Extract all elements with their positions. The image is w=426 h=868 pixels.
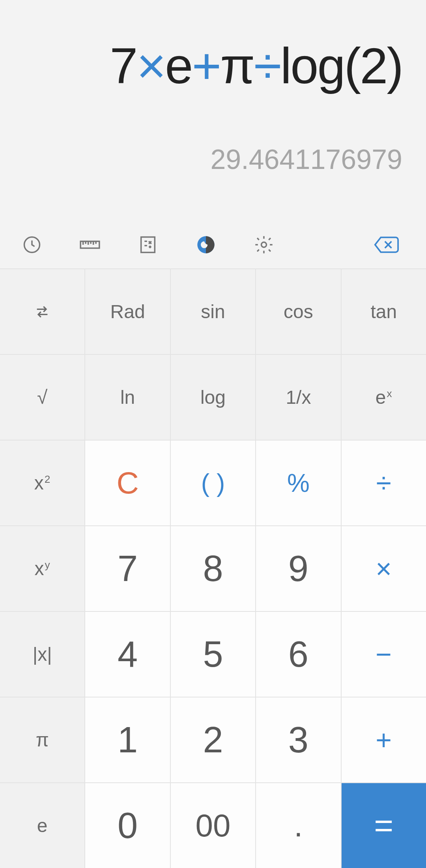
divide-button[interactable]: ÷ (342, 441, 426, 525)
digit-5-button[interactable]: 5 (171, 612, 255, 697)
multiply-button[interactable]: × (342, 526, 426, 611)
ruler-icon[interactable] (80, 234, 100, 255)
digit-0-button[interactable]: 0 (85, 783, 170, 868)
e-constant-button[interactable]: e (0, 783, 84, 868)
history-icon[interactable] (22, 234, 42, 255)
pi-button[interactable]: π (0, 697, 84, 782)
digit-6-button[interactable]: 6 (256, 612, 340, 697)
toolbar-left (22, 234, 274, 255)
calc-mode-icon[interactable] (138, 234, 158, 255)
toolbar (0, 221, 426, 268)
parentheses-button[interactable]: ( ) (171, 441, 255, 525)
x-power-y-button[interactable]: xy (0, 526, 84, 611)
digit-3-button[interactable]: 3 (256, 697, 340, 782)
equals-button[interactable]: = (342, 783, 426, 868)
svg-rect-2 (141, 237, 155, 253)
abs-button[interactable]: |x| (0, 612, 84, 697)
digit-9-button[interactable]: 9 (256, 526, 340, 611)
toggle-functions-button[interactable] (0, 269, 84, 354)
rad-button[interactable]: Rad (85, 269, 170, 354)
decimal-button[interactable]: . (256, 783, 340, 868)
percent-button[interactable]: % (256, 441, 340, 525)
cos-button[interactable]: cos (256, 269, 340, 354)
reciprocal-button[interactable]: 1/x (256, 355, 340, 440)
digit-8-button[interactable]: 8 (171, 526, 255, 611)
sin-button[interactable]: sin (171, 269, 255, 354)
calculator-display: 7×e+π÷log(2) 29.4641176979 (0, 0, 426, 221)
digit-7-button[interactable]: 7 (85, 526, 170, 611)
x-power-y-label: xy (35, 558, 50, 579)
settings-icon[interactable] (254, 234, 274, 255)
log-button[interactable]: log (171, 355, 255, 440)
clear-button[interactable]: C (85, 441, 170, 525)
ln-button[interactable]: ln (85, 355, 170, 440)
plus-button[interactable]: + (342, 697, 426, 782)
keypad: Rad sin cos tan √ ln log 1/x ex x2 C ( )… (0, 268, 426, 868)
x-squared-label: x2 (34, 472, 50, 494)
digit-4-button[interactable]: 4 (85, 612, 170, 697)
sqrt-button[interactable]: √ (0, 355, 84, 440)
expression-text: 7×e+π÷log(2) (110, 39, 402, 92)
result-text: 29.4641176979 (210, 144, 402, 175)
backspace-icon[interactable] (373, 235, 400, 255)
minus-button[interactable]: − (342, 612, 426, 697)
double-zero-button[interactable]: 00 (171, 783, 255, 868)
digit-2-button[interactable]: 2 (171, 697, 255, 782)
svg-point-3 (262, 242, 267, 247)
tan-button[interactable]: tan (342, 269, 426, 354)
e-power-x-button[interactable]: ex (342, 355, 426, 440)
theme-icon[interactable] (196, 234, 216, 255)
x-squared-button[interactable]: x2 (0, 441, 84, 525)
e-power-x-label: ex (376, 386, 392, 408)
digit-1-button[interactable]: 1 (85, 697, 170, 782)
